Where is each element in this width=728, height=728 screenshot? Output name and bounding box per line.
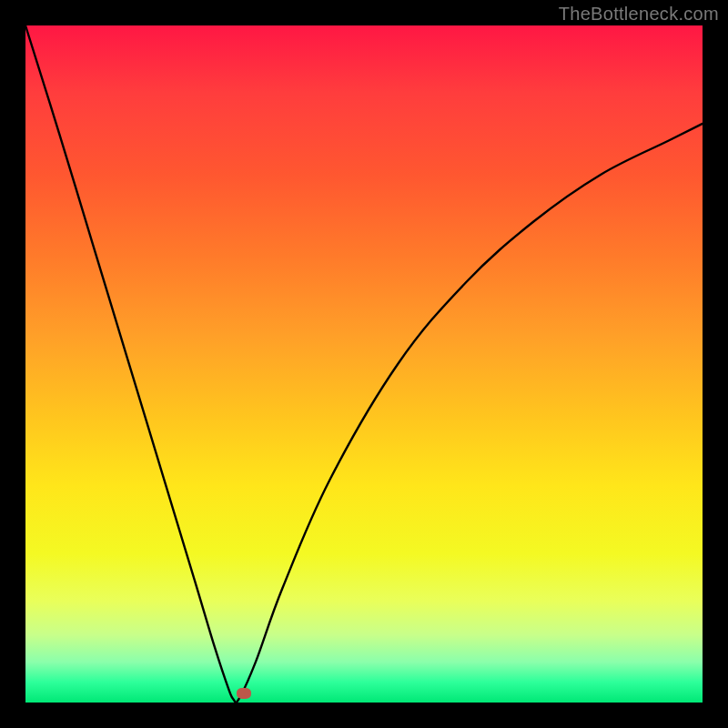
optimal-point-marker	[237, 688, 251, 699]
watermark-text: TheBottleneck.com	[559, 4, 719, 25]
plot-area	[25, 25, 703, 703]
curve-path	[25, 25, 703, 703]
bottleneck-curve	[25, 25, 703, 703]
chart-frame: TheBottleneck.com	[0, 0, 728, 728]
